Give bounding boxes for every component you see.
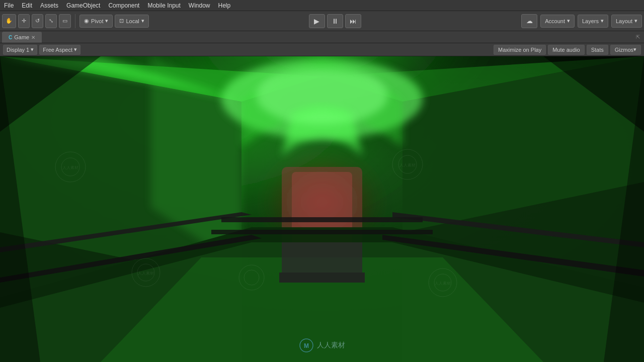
menu-component[interactable]: Component (104, 1, 143, 10)
step-icon: ⏭ (350, 17, 357, 25)
layers-label: Layers (582, 18, 599, 24)
svg-text:人人素材: 人人素材 (138, 271, 154, 276)
pivot-dropdown[interactable]: ◉ Pivot ▾ (79, 15, 113, 28)
svg-text:M: M (304, 342, 309, 349)
move-tool-button[interactable]: ✛ (18, 14, 30, 28)
menu-window[interactable]: Window (185, 1, 214, 10)
account-dropdown[interactable]: Account ▾ (540, 15, 575, 28)
cloud-icon: ☁ (526, 17, 533, 25)
aspect-label: Free Aspect (43, 47, 72, 53)
tab-bar: C Game ✕ ⇱ (0, 31, 644, 43)
toolbar-separator-1 (75, 14, 75, 28)
aspect-chevron-icon: ▾ (74, 46, 77, 53)
svg-text:人人素材: 人人素材 (399, 163, 416, 167)
game-viewport: 人人素材 人人素材 人人素材 人人素材 M 人人素材 (0, 56, 644, 362)
menu-edit[interactable]: Edit (18, 1, 36, 10)
menu-file[interactable]: File (0, 1, 18, 10)
play-icon: ▶ (314, 17, 319, 25)
svg-rect-9 (279, 273, 365, 283)
svg-text:人人素材: 人人素材 (62, 165, 78, 170)
gizmos-label: Gizmos (615, 47, 633, 53)
game-tab[interactable]: C Game ✕ (2, 32, 42, 43)
account-label: Account (545, 18, 565, 24)
mute-audio-button[interactable]: Mute audio (548, 45, 584, 55)
aspect-dropdown[interactable]: Free Aspect ▾ (39, 45, 80, 55)
local-icon: ⊡ (119, 18, 124, 24)
mute-audio-label: Mute audio (552, 47, 580, 53)
toolbar-right: ☁ Account ▾ Layers ▾ Layout ▾ (521, 14, 642, 28)
game-controls: Display 1 ▾ Free Aspect ▾ Maximize on Pl… (0, 43, 644, 56)
toolbar: ✋ ✛ ↺ ⤡ ▭ ◉ Pivot ▾ ⊡ Local ▾ ▶ ⏸ ⏭ ☁ (0, 11, 644, 31)
play-button[interactable]: ▶ (309, 14, 325, 28)
gizmos-button[interactable]: Gizmos ▾ (610, 45, 641, 55)
display-label: Display 1 (7, 47, 29, 53)
pivot-chevron-icon: ▾ (105, 18, 108, 24)
rotate-tool-button[interactable]: ↺ (32, 14, 43, 28)
move-icon: ✛ (22, 18, 26, 24)
pivot-label: Pivot (91, 18, 103, 24)
tunnel-scene: 人人素材 人人素材 人人素材 人人素材 M 人人素材 (0, 56, 644, 362)
game-tab-icon: C (9, 35, 12, 40)
gizmos-chevron-icon: ▾ (633, 46, 636, 53)
display-chevron-icon: ▾ (31, 46, 34, 53)
watermark-logo-icon: M (299, 338, 314, 353)
display-dropdown[interactable]: Display 1 ▾ (3, 45, 37, 55)
menu-bar: File Edit Assets GameObject Component Mo… (0, 0, 644, 11)
stats-button[interactable]: Stats (587, 45, 608, 55)
play-controls: ▶ ⏸ ⏭ (151, 14, 519, 28)
svg-rect-8 (282, 242, 362, 273)
hand-tool-button[interactable]: ✋ (2, 14, 16, 28)
watermark-text: 人人素材 (317, 341, 345, 350)
rotate-icon: ↺ (35, 18, 40, 24)
rect-tool-button[interactable]: ▭ (59, 14, 71, 28)
stats-label: Stats (591, 47, 604, 53)
layers-chevron-icon: ▾ (601, 18, 604, 24)
scale-icon: ⤡ (49, 18, 53, 24)
local-label: Local (126, 18, 139, 24)
menu-mobileinput[interactable]: Mobile Input (143, 1, 184, 10)
hand-icon: ✋ (6, 18, 13, 24)
game-controls-right: Maximize on Play Mute audio Stats Gizmos… (494, 45, 641, 55)
rect-icon: ▭ (62, 18, 67, 24)
pause-icon: ⏸ (332, 17, 339, 25)
pause-button[interactable]: ⏸ (327, 14, 343, 28)
menu-gameobject[interactable]: GameObject (62, 1, 104, 10)
layers-dropdown[interactable]: Layers ▾ (578, 15, 608, 28)
maximize-icon[interactable]: ⇱ (636, 34, 640, 40)
menu-help[interactable]: Help (214, 1, 235, 10)
pivot-icon: ◉ (84, 18, 89, 24)
maximize-on-play-label: Maximize on Play (498, 47, 541, 53)
layout-chevron-icon: ▾ (634, 18, 637, 24)
bottom-watermark: M 人人素材 (299, 338, 345, 353)
cloud-button[interactable]: ☁ (521, 14, 537, 28)
svg-text:人人素材: 人人素材 (435, 281, 451, 286)
layout-label: Layout (616, 18, 632, 24)
menu-assets[interactable]: Assets (36, 1, 62, 10)
scale-tool-button[interactable]: ⤡ (45, 14, 57, 28)
maximize-on-play-button[interactable]: Maximize on Play (494, 45, 546, 55)
game-tab-label: Game (14, 34, 29, 40)
tunnel-svg: 人人素材 人人素材 人人素材 人人素材 (0, 56, 644, 362)
game-tab-close-icon[interactable]: ✕ (31, 35, 35, 40)
local-dropdown[interactable]: ⊡ Local ▾ (115, 15, 148, 28)
layout-dropdown[interactable]: Layout ▾ (611, 15, 642, 28)
local-chevron-icon: ▾ (141, 18, 144, 24)
account-chevron-icon: ▾ (567, 18, 570, 24)
step-button[interactable]: ⏭ (345, 14, 361, 28)
